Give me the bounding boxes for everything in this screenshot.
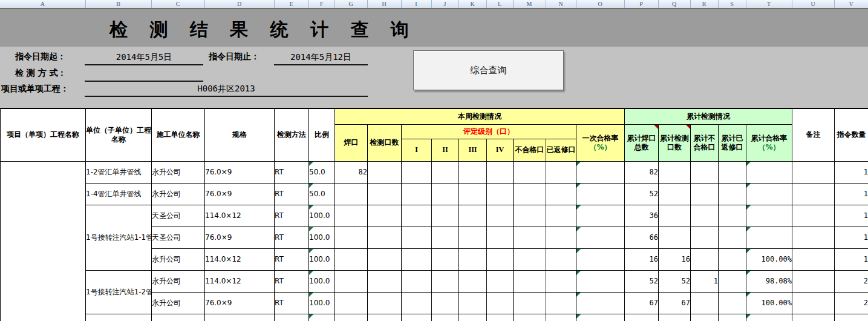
header-ratio[interactable]: 比例 [309, 108, 335, 161]
cell-r4-P[interactable]: 66 [625, 227, 659, 248]
column-header-J[interactable]: J [431, 0, 458, 8]
cell-r3-U[interactable] [792, 205, 835, 227]
header-cum-repaired[interactable]: 累计已返修口 [719, 124, 746, 161]
cell-r2-N[interactable] [546, 183, 576, 205]
column-header-S[interactable]: S [718, 0, 746, 8]
header-cum-weld-total[interactable]: 累计焊口总数 [625, 124, 659, 161]
cell-r2-I[interactable] [402, 183, 432, 205]
cell-r5-F[interactable]: 100.0 [309, 248, 335, 270]
cell-r4-E[interactable]: RT [275, 227, 309, 248]
cell-r8-F[interactable] [309, 314, 335, 321]
cell-r4-K[interactable] [459, 227, 487, 248]
header-grade-3[interactable]: III [459, 139, 487, 161]
cell-r4-G[interactable] [335, 227, 368, 248]
header-repaired-count[interactable]: 已返修口 [546, 139, 576, 161]
cell-r4-S[interactable] [719, 227, 746, 248]
method-field[interactable] [85, 67, 203, 82]
cell-r8-I[interactable] [402, 314, 432, 321]
cell-r1-B[interactable]: 1-2管汇单井管线 [86, 161, 152, 183]
cell-r4-C[interactable]: 天圣公司 [152, 227, 205, 248]
header-method[interactable]: 检测方法 [275, 108, 309, 161]
cell-r1-J[interactable] [432, 161, 459, 183]
cell-r3-N[interactable] [546, 205, 576, 227]
cell-r3-D[interactable]: 114.0×12 [205, 205, 275, 227]
cell-r8-E[interactable] [275, 314, 309, 321]
cell-r5-G[interactable] [335, 248, 368, 270]
cell-r8-Q[interactable] [659, 314, 691, 321]
cell-r2-J[interactable] [432, 183, 459, 205]
query-button[interactable]: 综合查询 [413, 50, 564, 90]
cell-r6-K[interactable] [459, 270, 487, 292]
cell-r1-T[interactable] [746, 161, 792, 183]
cell-r8-V[interactable] [835, 314, 868, 321]
cell-r6-J[interactable] [432, 270, 459, 292]
column-header-F[interactable]: F [308, 0, 334, 8]
cell-r4-O[interactable] [576, 227, 625, 248]
cell-r3-P[interactable]: 36 [625, 205, 659, 227]
cell-r7-D[interactable]: 76.0×9 [205, 292, 275, 314]
cell-r1-D[interactable]: 76.0×9 [205, 161, 275, 183]
cell-r1-L[interactable] [487, 161, 514, 183]
cell-r4-U[interactable] [792, 227, 835, 248]
cell-r4-J[interactable] [432, 227, 459, 248]
header-cum-pass-rate[interactable]: 累计合格率 （%） [746, 124, 792, 161]
cell-r3-I[interactable] [402, 205, 432, 227]
header-contractor[interactable]: 施工单位名称 [152, 108, 205, 161]
cell-r8-L[interactable] [487, 314, 514, 321]
cell-r2-P[interactable]: 52 [625, 183, 659, 205]
cell-r8-T[interactable] [746, 314, 792, 321]
column-header-Q[interactable]: Q [658, 0, 690, 8]
cell-r2-M[interactable] [514, 183, 546, 205]
cell-r8-J[interactable] [432, 314, 459, 321]
cell-r7-H[interactable] [368, 292, 402, 314]
cell-r2-O[interactable] [576, 183, 625, 205]
cell-r1-N[interactable] [546, 161, 576, 183]
cell-r8-M[interactable] [514, 314, 546, 321]
cell-r8-P[interactable] [625, 314, 659, 321]
cell-r5-J[interactable] [432, 248, 459, 270]
cell-r5-D[interactable]: 114.0×12 [205, 248, 275, 270]
cell-r2-C[interactable]: 永升公司 [152, 183, 205, 205]
cell-r8-U[interactable] [792, 314, 835, 321]
header-spec[interactable]: 规格 [205, 108, 275, 161]
column-header-G[interactable]: G [334, 0, 367, 8]
column-header-V[interactable]: V [834, 0, 868, 8]
cell-r7-J[interactable] [432, 292, 459, 314]
cell-r7-M[interactable] [514, 292, 546, 314]
cell-r6-P[interactable]: 52 [625, 270, 659, 292]
cell-r2-S[interactable] [719, 183, 746, 205]
cell-r3-B-merged[interactable]: 1号接转注汽站1-1管 [86, 205, 152, 270]
cell-r8-O[interactable] [576, 314, 625, 321]
cell-r3-V[interactable]: 1 [835, 205, 868, 227]
cell-r3-Q[interactable] [659, 205, 691, 227]
cell-r7-G[interactable] [335, 292, 368, 314]
cell-r3-C[interactable]: 天圣公司 [152, 205, 205, 227]
cell-r4-R[interactable] [691, 227, 719, 248]
header-weld[interactable]: 焊口 [335, 124, 368, 161]
cell-r5-O[interactable] [576, 248, 625, 270]
project-field[interactable]: H006井区2013 [85, 82, 368, 97]
cell-r2-V[interactable]: 1 [835, 183, 868, 205]
header-week-group[interactable]: 本周检测情况 [335, 108, 625, 124]
header-grade-4[interactable]: IV [487, 139, 514, 161]
header-remark[interactable]: 备注 [792, 108, 835, 161]
column-header-I[interactable]: I [401, 0, 431, 8]
header-grade-group[interactable]: 评定级别（口） [402, 124, 576, 139]
column-header-L[interactable]: L [486, 0, 513, 8]
cell-r3-G[interactable] [335, 205, 368, 227]
cell-r5-C[interactable]: 永升公司 [152, 248, 205, 270]
cell-r3-L[interactable] [487, 205, 514, 227]
cell-r5-R[interactable] [691, 248, 719, 270]
column-header-R[interactable]: R [690, 0, 718, 8]
cell-r6-M[interactable] [514, 270, 546, 292]
column-header-H[interactable]: H [367, 0, 401, 8]
cell-r5-S[interactable] [719, 248, 746, 270]
column-header-E[interactable]: E [274, 0, 308, 8]
cell-r4-N[interactable] [546, 227, 576, 248]
cell-r3-R[interactable] [691, 205, 719, 227]
cell-r2-G[interactable] [335, 183, 368, 205]
cell-r6-S[interactable] [719, 270, 746, 292]
cell-r4-M[interactable] [514, 227, 546, 248]
cell-r6-Q[interactable]: 52 [659, 270, 691, 292]
cell-r5-U[interactable] [792, 248, 835, 270]
